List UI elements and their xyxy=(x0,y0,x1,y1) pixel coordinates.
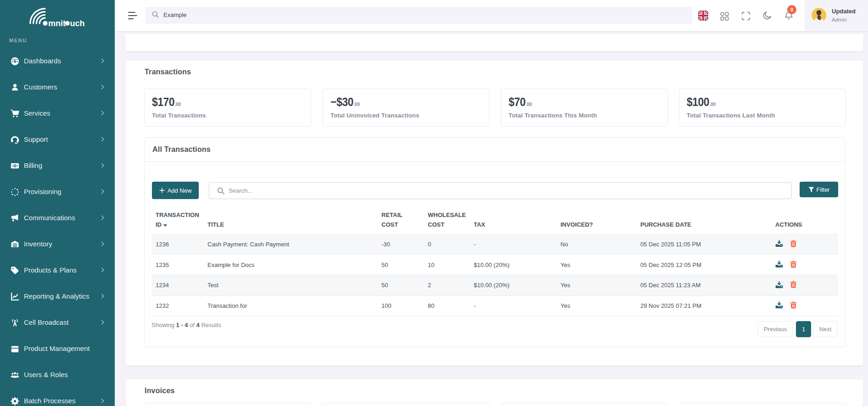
svg-text:uch: uch xyxy=(70,19,85,28)
svg-text:mnit: mnit xyxy=(48,19,66,28)
